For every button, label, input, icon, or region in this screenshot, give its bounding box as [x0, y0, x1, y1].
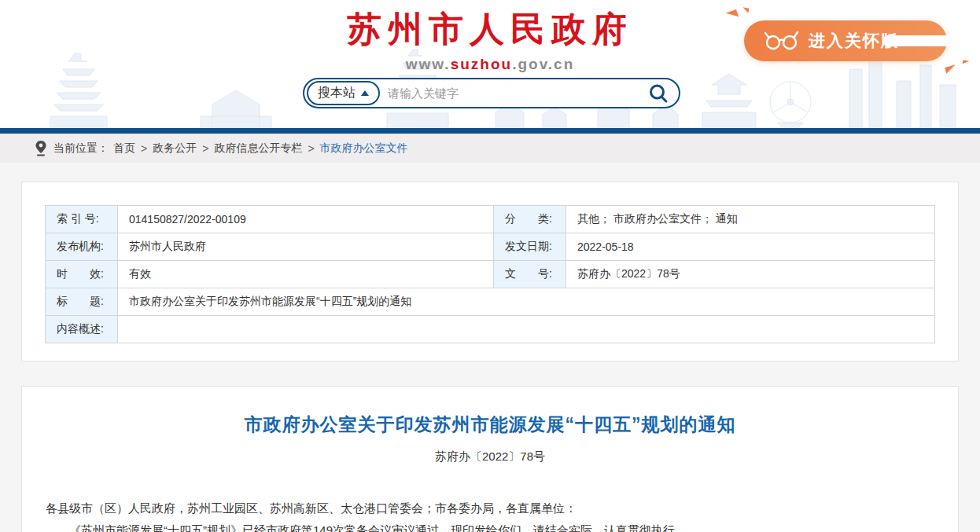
url-prefix: www. — [406, 56, 451, 72]
meta-value-publisher: 苏州市人民政府 — [118, 233, 494, 261]
article-body: 各县级市（区）人民政府，苏州工业园区、苏州高新区、太仓港口管委会；市各委办局，各… — [46, 497, 934, 532]
meta-label-summary: 内容概述: — [46, 316, 118, 343]
article-paragraph: 《苏州市能源发展“十四五”规划》已经市政府第149次常务会议审议通过，现印发给你… — [46, 519, 934, 532]
meta-label-index: 索 引 号: — [46, 206, 118, 233]
meta-value-date: 2022-05-18 — [566, 233, 935, 261]
url-brand: suzhou — [451, 56, 513, 72]
meta-value-category: 其他； 市政府办公室文件； 通知 — [566, 206, 935, 233]
site-header: 苏州市人民政府 www.suzhou.gov.cn 搜本站 进入关怀 — [0, 0, 980, 128]
page-title: 市政府办公室关于印发苏州市能源发展“十四五”规划的通知 — [46, 413, 934, 437]
search-icon[interactable] — [647, 83, 669, 105]
header-divider-bar — [0, 128, 980, 134]
breadcrumb-item-zwgk[interactable]: 政务公开 — [153, 141, 197, 156]
breadcrumb: 当前位置： 首页 > 政务公开 > 政府信息公开专栏 > 市政府办公室文件 — [0, 134, 980, 163]
table-row: 内容概述: — [46, 316, 935, 343]
breadcrumb-item-current[interactable]: 市政府办公室文件 — [320, 141, 408, 156]
breadcrumb-item-gkzl[interactable]: 政府信息公开专栏 — [214, 141, 302, 156]
search-scope-label: 搜本站 — [318, 85, 356, 101]
meta-value-docnum: 苏府办〔2022〕78号 — [566, 261, 935, 288]
article-doc-number: 苏府办〔2022〕78号 — [46, 449, 934, 464]
table-row: 时 效: 有效 文 号: 苏府办〔2022〕78号 — [46, 261, 935, 288]
table-row: 标 题: 市政府办公室关于印发苏州市能源发展“十四五”规划的通知 — [46, 288, 935, 316]
url-suffix: .gov.cn — [512, 56, 574, 72]
breadcrumb-separator: > — [141, 142, 147, 155]
meta-label-publisher: 发布机构: — [46, 233, 118, 261]
sparkle-icon — [742, 7, 750, 13]
breadcrumb-separator: > — [308, 142, 314, 155]
search-input[interactable] — [380, 86, 647, 100]
table-row: 发布机构: 苏州市人民政府 发文日期: 2022-05-18 — [46, 233, 935, 261]
meta-value-index: 014150827/2022-00109 — [118, 206, 494, 233]
triangle-up-icon — [361, 90, 369, 96]
glasses-icon — [764, 31, 799, 51]
care-mode-area: 进入关怀版 — [744, 20, 947, 61]
breadcrumb-separator: > — [202, 142, 208, 155]
map-pin-icon — [35, 140, 47, 156]
search-scope-dropdown[interactable]: 搜本站 — [307, 81, 380, 105]
breadcrumb-item-home[interactable]: 首页 — [113, 141, 135, 156]
meta-label-title: 标 题: — [46, 288, 118, 316]
meta-label-category: 分 类: — [494, 206, 566, 233]
article-paragraph: 各县级市（区）人民政府，苏州工业园区、苏州高新区、太仓港口管委会；市各委办局，各… — [46, 497, 934, 519]
meta-label-date: 发文日期: — [494, 233, 566, 261]
meta-value-validity: 有效 — [118, 261, 494, 288]
document-meta-table: 索 引 号: 014150827/2022-00109 分 类: 其他； 市政府… — [45, 205, 935, 343]
care-button-notch-decoration — [882, 35, 969, 46]
meta-value-title: 市政府办公室关于印发苏州市能源发展“十四五”规划的通知 — [118, 288, 935, 316]
search-bar: 搜本站 — [303, 78, 680, 108]
breadcrumb-label: 当前位置： — [53, 141, 109, 156]
table-row: 索 引 号: 014150827/2022-00109 分 类: 其他； 市政府… — [46, 206, 935, 233]
article-card: 市政府办公室关于印发苏州市能源发展“十四五”规划的通知 苏府办〔2022〕78号… — [21, 386, 959, 532]
document-meta-card: 索 引 号: 014150827/2022-00109 分 类: 其他； 市政府… — [21, 182, 959, 361]
meta-label-docnum: 文 号: — [494, 261, 566, 288]
care-mode-button[interactable]: 进入关怀版 — [744, 20, 947, 61]
meta-label-validity: 时 效: — [46, 261, 118, 288]
meta-value-summary — [118, 316, 935, 343]
